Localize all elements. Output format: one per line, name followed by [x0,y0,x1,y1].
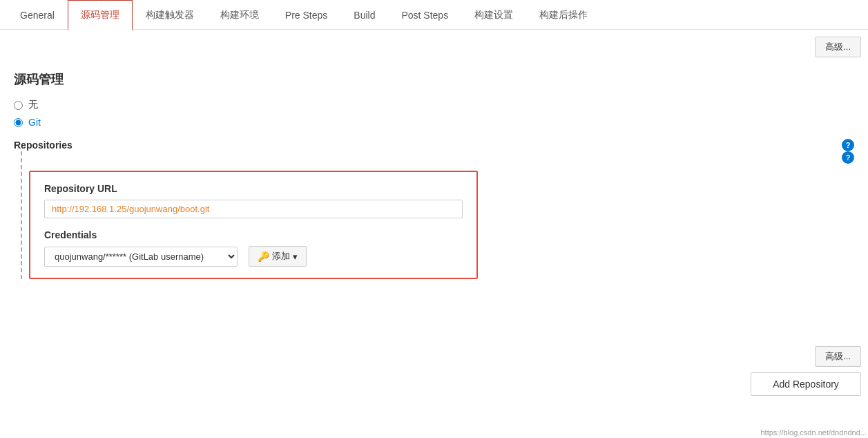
tab-build-trigger[interactable]: 构建触发器 [133,0,207,30]
radio-none-item[interactable]: 无 [14,99,854,111]
credentials-label: Credentials [44,229,463,240]
tab-general[interactable]: General [7,1,68,29]
credentials-row: quojunwang/****** (GitLab username)- non… [44,246,463,267]
source-type-radio-group: 无 Git [14,99,854,128]
add-credentials-label: 添加 [272,250,290,263]
repo-url-label: Repository URL [44,183,463,194]
radio-git-item[interactable]: Git [14,117,854,128]
tab-build-env[interactable]: 构建环境 [207,0,272,30]
main-content: 高级... 源码管理 无 Git Repositories ? ? Reposi… [0,30,868,410]
advanced-top-area: 高级... [815,37,861,57]
repositories-content: ? Repository URL Credentials quojunwang/… [21,151,854,279]
radio-none-input[interactable] [14,101,23,110]
tab-build[interactable]: Build [340,1,388,29]
add-credentials-button[interactable]: 🔑 添加 ▾ [249,246,307,267]
tab-post-steps[interactable]: Post Steps [388,1,461,29]
add-credentials-dropdown-icon: ▾ [293,251,298,262]
repositories-label: Repositories [14,140,73,151]
repositories-help-icon[interactable]: ? [842,139,854,151]
tab-bar: General 源码管理 构建触发器 构建环境 Pre Steps Build … [0,0,868,30]
tab-post-build[interactable]: 构建后操作 [526,0,601,30]
tab-pre-steps[interactable]: Pre Steps [272,1,340,29]
bottom-actions: 高级... Add Repository [751,346,861,396]
repo-url-input[interactable] [44,200,463,218]
radio-none-label: 无 [28,99,38,111]
credentials-select[interactable]: quojunwang/****** (GitLab username)- non… [44,247,238,267]
repository-card: Repository URL Credentials quojunwang/**… [29,171,478,279]
radio-git-label: Git [28,117,41,128]
section-title: 源码管理 [14,71,854,88]
add-repository-button[interactable]: Add Repository [751,372,861,396]
repositories-header: Repositories ? [14,139,854,151]
tab-build-settings[interactable]: 构建设置 [461,0,526,30]
radio-git-input[interactable] [14,118,23,127]
advanced-top-button[interactable]: 高级... [815,37,861,57]
credentials-section: Credentials quojunwang/****** (GitLab us… [44,229,463,267]
advanced-bottom-button[interactable]: 高级... [815,346,861,367]
key-icon: 🔑 [258,251,269,262]
repo-url-help-icon[interactable]: ? [842,151,854,164]
tab-source-management[interactable]: 源码管理 [68,0,133,30]
